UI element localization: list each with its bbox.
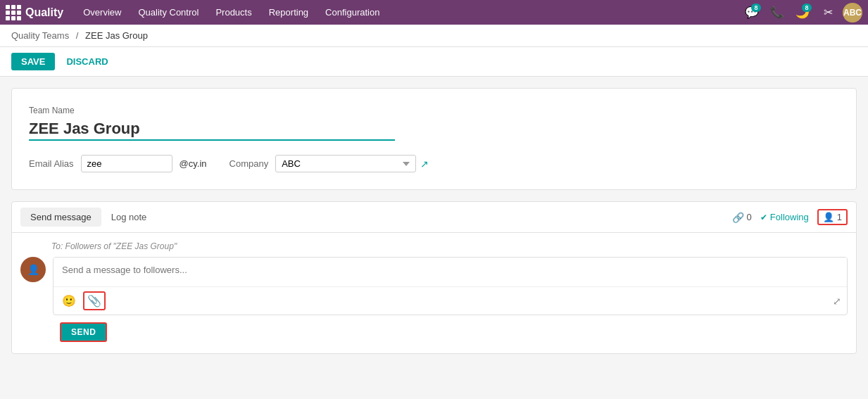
breadcrumb: Quality Teams / ZEE Jas Group: [0, 25, 868, 47]
external-link-icon[interactable]: ↗: [420, 158, 429, 170]
check-icon: ✔: [760, 213, 767, 222]
email-alias-input[interactable]: [81, 155, 172, 172]
emoji-button[interactable]: 🙂: [59, 293, 79, 309]
add-follower-button[interactable]: 👤 1: [817, 209, 848, 225]
nav-configuration[interactable]: Configuration: [317, 0, 388, 25]
paperclip-icon: 🔗: [732, 212, 744, 223]
chatter-body: To: Followers of "ZEE Jas Group" 👤 🙂 📎 ⤢…: [12, 233, 856, 353]
save-button[interactable]: SAVE: [11, 53, 55, 70]
following-button[interactable]: ✔ Following: [760, 212, 809, 222]
toolbar: SAVE DISCARD: [0, 47, 868, 77]
team-name-input[interactable]: [29, 118, 395, 141]
nav-menu: Overview Quality Control Products Report…: [75, 0, 741, 25]
email-domain: @cy.in: [180, 158, 207, 169]
user-avatar[interactable]: ABC: [843, 3, 862, 23]
moon-badge: 8: [802, 4, 812, 12]
followers-count-btn[interactable]: 🔗 0: [732, 212, 752, 223]
top-nav: Quality Overview Quality Control Product…: [0, 0, 868, 25]
breadcrumb-current: ZEE Jas Group: [85, 30, 148, 41]
main-content: Team Name Email Alias @cy.in Company ABC…: [0, 77, 868, 365]
chatter-actions: 🔗 0 ✔ Following 👤 1: [732, 209, 848, 225]
discard-button[interactable]: DISCARD: [61, 53, 113, 70]
tab-send-message[interactable]: Send message: [20, 208, 101, 227]
nav-products[interactable]: Products: [207, 0, 260, 25]
message-input[interactable]: [54, 258, 847, 284]
breadcrumb-parent-link[interactable]: Quality Teams: [11, 30, 69, 41]
chat-badge: 8: [751, 4, 761, 12]
followers-count-value: 0: [747, 212, 752, 222]
email-alias-field: Email Alias @cy.in: [29, 155, 207, 172]
tab-log-note[interactable]: Log note: [101, 208, 157, 227]
nav-brand[interactable]: Quality: [25, 6, 63, 19]
phone-icon-btn[interactable]: 📞: [767, 2, 788, 23]
to-line-text: To: Followers of "ZEE Jas Group": [51, 241, 177, 251]
expand-button[interactable]: ⤢: [833, 296, 841, 307]
chatter-card: Send message Log note 🔗 0 ✔ Following 👤 …: [11, 201, 857, 354]
team-name-label: Team Name: [29, 106, 839, 115]
following-label: Following: [770, 212, 809, 222]
chatter-tabs: Send message Log note: [20, 208, 156, 227]
nav-quality-control[interactable]: Quality Control: [130, 0, 207, 25]
email-alias-label: Email Alias: [29, 158, 74, 169]
nav-right: 💬 8 📞 🌙 8 ✂ ABC: [741, 2, 862, 23]
message-toolbar: 🙂 📎 ⤢: [54, 286, 847, 315]
to-line: To: Followers of "ZEE Jas Group": [20, 241, 848, 251]
nav-overview[interactable]: Overview: [75, 0, 130, 25]
breadcrumb-separator: /: [76, 30, 79, 41]
follower-count: 1: [837, 212, 842, 222]
send-row: SEND: [20, 315, 848, 345]
chat-icon-btn[interactable]: 💬 8: [741, 2, 762, 23]
message-row: 👤 🙂 📎 ⤢: [20, 257, 848, 315]
apps-grid-icon[interactable]: [6, 5, 21, 20]
company-select-wrap: ABC ↗: [275, 155, 429, 172]
chatter-header: Send message Log note 🔗 0 ✔ Following 👤 …: [12, 202, 856, 233]
send-button[interactable]: SEND: [60, 322, 107, 342]
nav-reporting[interactable]: Reporting: [260, 0, 317, 25]
company-select[interactable]: ABC: [275, 155, 416, 172]
attachment-button[interactable]: 📎: [83, 291, 106, 310]
form-row: Email Alias @cy.in Company ABC ↗: [29, 155, 839, 172]
moon-icon-btn[interactable]: 🌙 8: [792, 2, 813, 23]
person-icon: 👤: [823, 212, 834, 222]
message-input-wrap: 🙂 📎 ⤢: [53, 257, 848, 315]
company-label: Company: [229, 158, 269, 169]
company-field: Company ABC ↗: [229, 155, 429, 172]
user-message-avatar: 👤: [20, 257, 46, 282]
form-card: Team Name Email Alias @cy.in Company ABC…: [11, 88, 857, 190]
scissors-icon-btn[interactable]: ✂: [817, 2, 838, 23]
